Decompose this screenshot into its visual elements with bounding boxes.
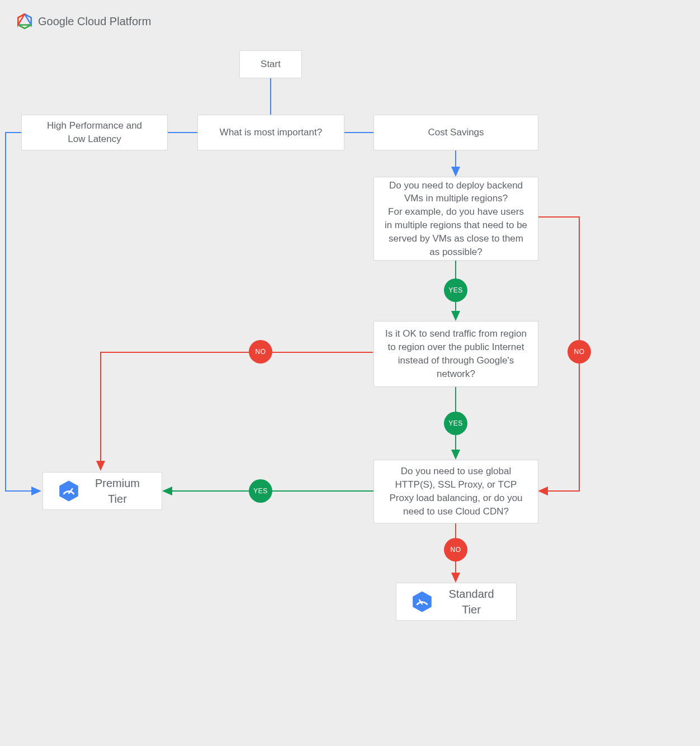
header-brand-bold: Google <box>38 15 74 27</box>
premium-tier-icon <box>58 480 80 502</box>
connectors <box>0 0 700 746</box>
svg-marker-3 <box>18 14 25 25</box>
node-cost-savings-label: Cost Savings <box>428 126 484 139</box>
badge-no-label-3: NO <box>451 546 461 554</box>
node-high-performance-label: High Performance andLow Latency <box>47 119 142 146</box>
node-question-global-lb: Do you need to use global HTTP(S), SSL P… <box>373 460 538 523</box>
header: Google Cloud Platform <box>17 13 151 29</box>
node-premium-tier: Premium Tier <box>42 472 162 510</box>
node-question-important-label: What is most important? <box>220 126 322 139</box>
badge-no-label: NO <box>574 348 585 356</box>
node-question-regions: Do you need to deploy backend VMs in mul… <box>373 177 538 261</box>
badge-yes-regions: YES <box>444 278 467 302</box>
node-question-regions-label: Do you need to deploy backend VMs in mul… <box>384 179 528 259</box>
svg-marker-1 <box>25 14 31 25</box>
node-start-label: Start <box>261 58 281 71</box>
node-question-global-lb-label: Do you need to use global HTTP(S), SSL P… <box>384 465 528 518</box>
badge-yes-internet: YES <box>444 412 467 435</box>
node-question-internet-label: Is it OK to send traffic from region to … <box>384 327 528 380</box>
node-high-performance: High Performance andLow Latency <box>21 115 168 150</box>
node-standard-tier: Standard Tier <box>396 583 517 621</box>
node-question-important: What is most important? <box>197 115 344 150</box>
node-premium-tier-label: Premium Tier <box>88 475 147 507</box>
svg-marker-2 <box>18 25 31 28</box>
badge-yes-label: YES <box>448 286 463 294</box>
badge-no-regions: NO <box>567 340 591 363</box>
badge-no-internet: NO <box>249 340 272 363</box>
node-start: Start <box>239 50 302 78</box>
header-brand: Google Cloud Platform <box>38 15 151 28</box>
gcp-logo-icon <box>17 13 32 29</box>
node-question-internet: Is it OK to send traffic from region to … <box>373 321 538 387</box>
header-brand-rest: Cloud Platform <box>74 15 152 27</box>
badge-yes-global-lb: YES <box>249 479 272 503</box>
badge-yes-label-2: YES <box>448 419 463 427</box>
standard-tier-icon <box>411 591 433 613</box>
node-standard-tier-label: Standard Tier <box>441 586 502 617</box>
badge-no-label-2: NO <box>256 348 266 356</box>
badge-no-global-lb: NO <box>444 538 467 561</box>
node-cost-savings: Cost Savings <box>373 115 538 150</box>
badge-yes-label-3: YES <box>253 487 268 495</box>
